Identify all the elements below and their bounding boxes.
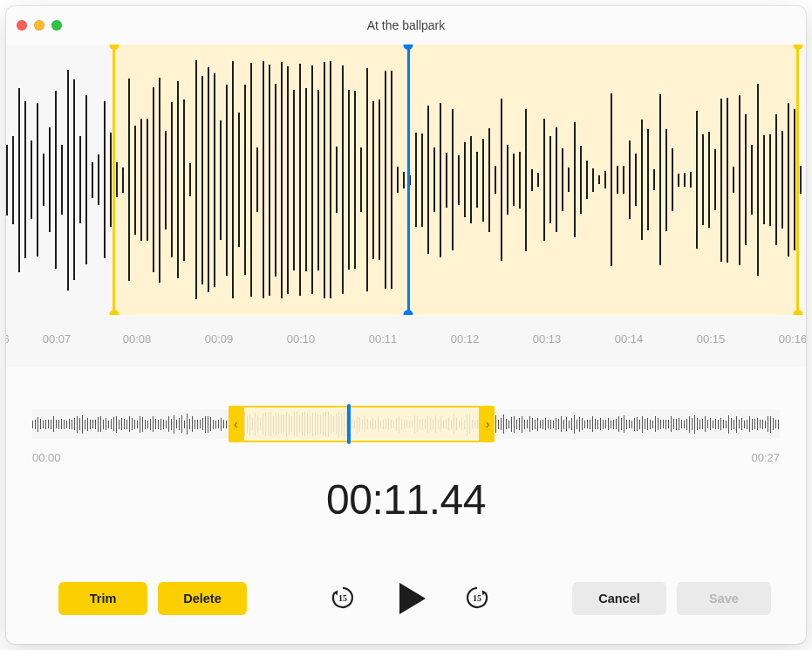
transport-controls: 15 15 — [257, 579, 562, 618]
save-button[interactable]: Save — [677, 582, 771, 615]
titlebar: At the ballpark — [6, 6, 806, 44]
controls-bar: Trim Delete 15 15 Cancel Sa — [6, 553, 806, 644]
minimize-window-button[interactable] — [34, 20, 44, 31]
time-ruler: 600:0700:0800:0900:1000:1100:1200:1300:1… — [6, 332, 806, 367]
delete-button[interactable]: Delete — [158, 582, 247, 615]
overview-track[interactable]: ‹ › — [32, 402, 780, 446]
ruler-tick: 00:08 — [123, 332, 152, 346]
detail-waveform-area: 600:0700:0800:0900:1000:1100:1200:1300:1… — [6, 44, 806, 367]
svg-text:15: 15 — [473, 593, 481, 603]
trim-handle-left[interactable] — [113, 44, 115, 315]
overview-end-time: 00:27 — [751, 451, 780, 464]
waveform-bars — [6, 44, 806, 315]
trim-handle-right[interactable] — [796, 44, 799, 315]
svg-text:15: 15 — [338, 593, 347, 603]
ruler-tick: 6 — [6, 332, 10, 346]
ruler-tick: 00:10 — [287, 332, 316, 346]
zoom-window-button[interactable] — [51, 20, 62, 31]
overview-time-labels: 00:00 00:27 — [32, 451, 780, 464]
skip-forward-icon: 15 — [464, 585, 490, 611]
window-title: At the ballpark — [6, 18, 806, 32]
play-icon — [399, 583, 426, 614]
overview-start-time: 00:00 — [32, 451, 61, 464]
play-button[interactable] — [391, 579, 429, 618]
skip-forward-15-button[interactable]: 15 — [461, 581, 494, 617]
voice-memos-edit-window: At the ballpark 600:0700:0800:0900:1000:… — [6, 6, 806, 644]
ruler-tick: 00:09 — [205, 332, 234, 346]
trim-button[interactable]: Trim — [58, 582, 147, 615]
traffic-lights — [17, 20, 62, 31]
overview-area: ‹ › 00:00 00:27 — [32, 402, 780, 455]
ruler-tick: 00:13 — [533, 332, 562, 346]
skip-back-icon: 15 — [330, 585, 356, 611]
close-window-button[interactable] — [17, 20, 27, 31]
ruler-tick: 00:14 — [615, 332, 644, 346]
ruler-tick: 00:12 — [451, 332, 480, 346]
ruler-tick: 00:07 — [43, 332, 72, 346]
overview-waveform-bars — [32, 409, 780, 439]
ruler-tick: 00:11 — [369, 332, 398, 346]
overview-trim-handle-left[interactable]: ‹ — [229, 406, 242, 442]
overview-playhead[interactable] — [347, 404, 351, 444]
ruler-tick: 00:15 — [697, 332, 726, 346]
cancel-button[interactable]: Cancel — [572, 582, 666, 615]
playhead[interactable] — [407, 44, 410, 315]
detail-waveform[interactable] — [6, 44, 806, 315]
ruler-tick: 00:16 — [779, 332, 806, 346]
overview-trim-handle-right[interactable]: › — [481, 406, 495, 442]
skip-back-15-button[interactable]: 15 — [326, 581, 359, 617]
current-timecode: 00:11.44 — [6, 476, 806, 523]
